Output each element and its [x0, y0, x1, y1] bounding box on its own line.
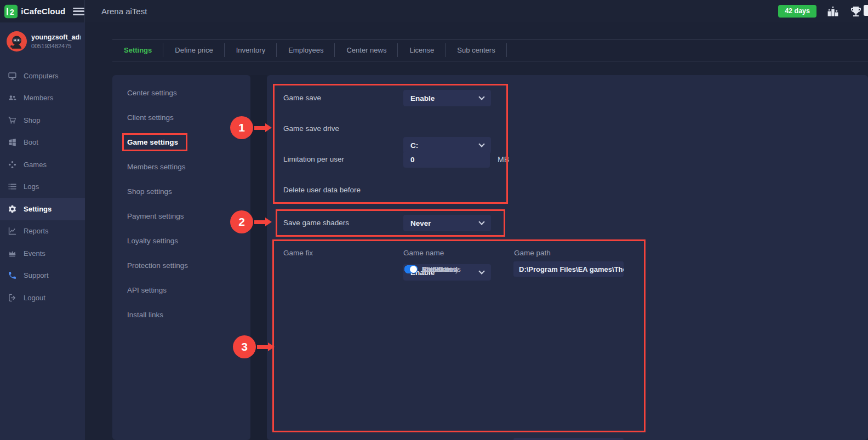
settings-nav-item[interactable]: Members settings [112, 155, 250, 179]
sidebar-item-label: Members [24, 94, 53, 102]
game-name: The Sims 4 [422, 261, 458, 277]
sidebar-item[interactable]: Reports [0, 220, 85, 243]
top-navbar: 2 iCafeCloud Arena aiTest 42 days [0, 0, 868, 22]
settings-nav-item[interactable]: Game settings [112, 130, 250, 155]
icafecloud-logo-icon: 2 [4, 4, 18, 19]
sidebar-item[interactable]: Computers [0, 65, 85, 87]
ranking-podium-icon[interactable] [826, 5, 840, 18]
sidebar-item[interactable]: Members [0, 87, 85, 110]
settings-nav-item[interactable]: Center settings [112, 81, 250, 105]
events-icon [8, 249, 17, 258]
settings-nav-item[interactable]: Loyalty settings [112, 228, 250, 253]
brand-area: 2 iCafeCloud [0, 0, 85, 22]
sidebar-item-label: Settings [24, 205, 52, 213]
chevron-down-icon [478, 94, 484, 100]
chevron-down-icon [478, 219, 484, 225]
settings-nav: Center settings Client settings Game set… [112, 75, 250, 440]
user-avatar [7, 31, 27, 52]
tab[interactable]: Define price [163, 39, 224, 61]
tab[interactable]: Settings [112, 39, 163, 61]
sidebar-item[interactable]: Support [0, 265, 85, 287]
sidebar-item[interactable]: Boot [0, 132, 85, 154]
limitation-per-user-input[interactable]: 0 [403, 151, 490, 168]
sidebar-item[interactable]: Games [0, 153, 85, 176]
save-game-shaders-label: Save game shaders [283, 219, 349, 227]
navbar-actions: 42 days [778, 5, 868, 18]
game-settings-panel: Game save Enable Game save drive C: Limi… [267, 75, 868, 440]
game-save-label: Game save [283, 94, 321, 102]
limitation-per-user-label: Limitation per user [283, 155, 344, 163]
settings-icon [8, 204, 17, 214]
sidebar-item-label: Logout [24, 294, 45, 302]
sidebar-item[interactable]: Settings [0, 198, 85, 220]
sidebar-item-label: Games [24, 161, 47, 169]
chevron-down-icon [478, 141, 484, 147]
trophy-icon[interactable] [849, 5, 863, 18]
sidebar-item-label: Support [24, 271, 49, 279]
boot-icon [8, 138, 17, 147]
sidebar-item-label: Events [24, 249, 45, 258]
partial-edge-icon[interactable] [864, 5, 868, 16]
logout-icon [8, 293, 17, 302]
game-fix-label: Game fix [283, 249, 313, 257]
sidebar-item[interactable]: Events [0, 242, 85, 265]
settings-nav-item[interactable]: Shop settings [112, 179, 250, 204]
settings-nav-item[interactable]: Payment settings [112, 204, 250, 228]
tab[interactable]: Sub centers [446, 39, 506, 61]
settings-nav-item[interactable]: API settings [112, 278, 250, 302]
user-id: 005193482475 [31, 43, 81, 49]
tab[interactable]: Inventory [225, 39, 277, 61]
sidebar-item-label: Logs [24, 182, 39, 191]
game-path-input[interactable]: D:\Program Files\EA games\The S [513, 261, 624, 277]
limitation-unit: MB [498, 155, 509, 164]
sidebar-nav: Computers Members Shop Boot [0, 65, 85, 309]
user-name: youngzsoft_admin [31, 33, 81, 41]
license-days-badge[interactable]: 42 days [778, 5, 816, 18]
tab[interactable]: Center news [335, 39, 398, 61]
sidebar-item[interactable]: Logs [0, 176, 85, 198]
sidebar-item-label: Boot [24, 138, 38, 146]
delete-user-data-label: Delete user data before [283, 186, 361, 194]
svg-text:2: 2 [10, 8, 14, 16]
sidebar-item-label: Reports [24, 227, 49, 235]
icafecloud-app: 2 iCafeCloud Arena aiTest 42 days [0, 0, 868, 440]
computers-icon [8, 71, 17, 81]
sidebar-item[interactable]: Shop [0, 109, 85, 132]
members-icon [8, 93, 17, 102]
game-save-select[interactable]: Enable [403, 90, 491, 106]
panel-gap [250, 75, 267, 440]
game-path-column-header: Game path [514, 249, 551, 257]
logs-icon [8, 182, 17, 191]
tab[interactable]: Employees [277, 39, 335, 61]
settings-nav-item[interactable]: Protection settings [112, 253, 250, 278]
center-title: Arena aiTest [101, 7, 147, 16]
sidebar-item[interactable]: Logout [0, 287, 85, 309]
settings-nav-item[interactable]: Install links [112, 302, 250, 327]
user-account[interactable]: youngzsoft_admin 005193482475 [0, 22, 85, 57]
games-icon [8, 160, 17, 169]
game-path-input-partial[interactable] [513, 438, 624, 440]
support-icon [8, 271, 17, 280]
tab[interactable]: License [398, 39, 446, 61]
main-sidebar: youngzsoft_admin 005193482475 Computers … [0, 22, 85, 440]
center-tabs: Settings Define price Inventory Employee… [112, 39, 868, 61]
sidebar-item-label: Shop [24, 116, 40, 124]
reports-icon [8, 226, 17, 236]
settings-nav-item[interactable]: Client settings [112, 105, 250, 130]
sidebar-item-label: Computers [24, 72, 59, 80]
game-enable-toggle[interactable] [404, 265, 418, 273]
game-name-column-header: Game name [403, 249, 444, 257]
game-save-drive-label: Game save drive [283, 124, 339, 133]
user-meta: youngzsoft_admin 005193482475 [31, 33, 81, 49]
brand-name: iCafeCloud [21, 7, 65, 16]
menu-icon[interactable] [73, 7, 84, 16]
shop-icon [8, 116, 17, 125]
game-fix-row: The Sims 4 D:\Program Files\EA games\The… [267, 261, 868, 277]
delete-user-data-select[interactable]: Never [403, 215, 491, 231]
